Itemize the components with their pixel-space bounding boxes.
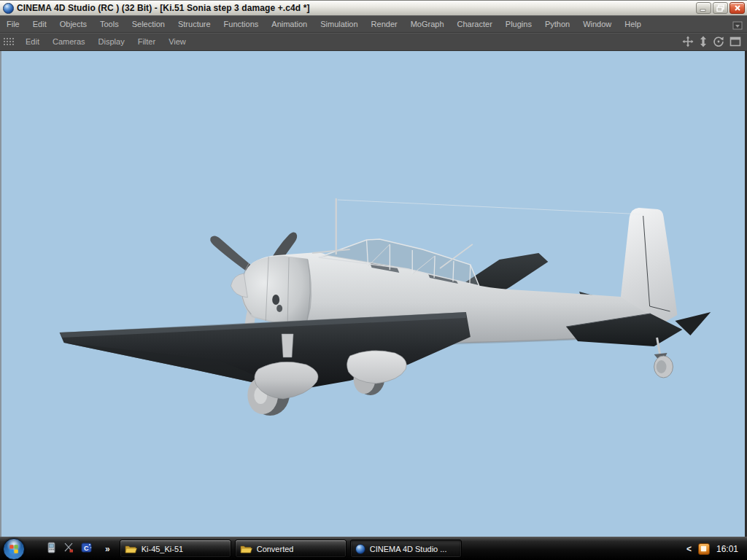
menu-bar: File Edit Objects Tools Selection Struct…	[0, 15, 747, 33]
restore-icon	[716, 4, 724, 12]
restore-button[interactable]	[713, 2, 728, 14]
menu-tools[interactable]: Tools	[93, 15, 125, 33]
minimize-icon	[700, 5, 708, 12]
menu-plugins[interactable]: Plugins	[499, 15, 538, 33]
clip-tool-icon[interactable]	[63, 542, 74, 556]
menu-selection[interactable]: Selection	[125, 15, 171, 33]
cinema4d-icon[interactable]	[3, 3, 14, 14]
taskbar-button-label: Converted	[257, 545, 294, 553]
taskbar-button-label: Ki-45_Ki-51	[142, 545, 183, 553]
folder-icon	[240, 544, 252, 554]
taskbar: C » Ki-45_Ki-51 Converted	[0, 537, 747, 560]
device-icon[interactable]	[47, 542, 56, 556]
minimize-button[interactable]	[696, 2, 711, 14]
cpp-icon[interactable]: C	[81, 542, 93, 556]
close-icon	[734, 4, 741, 12]
rotate-icon[interactable]	[713, 36, 724, 47]
window-manager-icon[interactable]	[732, 20, 743, 33]
menu-structure[interactable]: Structure	[171, 15, 217, 33]
menu-file[interactable]: File	[0, 15, 26, 33]
folder-icon	[125, 544, 137, 554]
menu-mograph[interactable]: MoGraph	[404, 15, 451, 33]
viewport-toolbar: Edit Cameras Display Filter View	[0, 33, 747, 51]
menu-functions[interactable]: Functions	[217, 15, 266, 33]
zoom-icon[interactable]	[699, 36, 708, 47]
viewport-menu-cameras[interactable]: Cameras	[46, 33, 92, 51]
taskbar-button-ki45-folder[interactable]: Ki-45_Ki-51	[120, 540, 231, 558]
orange-app-icon-core	[701, 546, 706, 551]
title-bar[interactable]: CINEMA 4D Studio (RC ) (32 Bit) - [Ki.51…	[0, 0, 747, 15]
viewport-menu-edit[interactable]: Edit	[19, 33, 46, 51]
menu-objects[interactable]: Objects	[53, 15, 93, 33]
menu-simulation[interactable]: Simulation	[314, 15, 364, 33]
cinema4d-icon	[355, 544, 365, 554]
taskbar-button-label: CINEMA 4D Studio ...	[370, 545, 447, 553]
system-tray: < 16:01	[686, 543, 743, 555]
viewport-menu-view[interactable]: View	[162, 33, 193, 51]
desktop: CINEMA 4D Studio (RC ) (32 Bit) - [Ki.51…	[0, 0, 747, 560]
menu-python[interactable]: Python	[538, 15, 576, 33]
tray-collapse-chevron[interactable]: <	[686, 544, 692, 554]
windows-flag-icon	[9, 544, 19, 554]
clock[interactable]: 16:01	[716, 544, 738, 554]
pan-icon[interactable]	[682, 36, 694, 47]
svg-text:C: C	[84, 544, 89, 551]
menu-window[interactable]: Window	[576, 15, 618, 33]
grip-icon[interactable]	[3, 37, 15, 46]
menu-animation[interactable]: Animation	[265, 15, 314, 33]
task-buttons: Ki-45_Ki-51 Converted CINEMA 4D Studio .…	[120, 540, 462, 558]
orange-app-icon[interactable]	[698, 543, 710, 555]
viewport-menu-display[interactable]: Display	[92, 33, 131, 51]
quick-launch-overflow-chevron[interactable]: »	[105, 544, 109, 554]
menu-character[interactable]: Character	[451, 15, 499, 33]
menu-help[interactable]: Help	[618, 15, 648, 33]
viewport-menu-filter[interactable]: Filter	[131, 33, 162, 51]
toggle-view-icon[interactable]	[729, 36, 741, 47]
start-button[interactable]	[3, 538, 25, 560]
taskbar-button-converted-folder[interactable]: Converted	[235, 540, 347, 558]
aircraft-model	[1, 51, 745, 537]
menu-render[interactable]: Render	[365, 15, 404, 33]
window-title: CINEMA 4D Studio (RC ) (32 Bit) - [Ki.51…	[17, 3, 696, 13]
quick-launch-bar: C »	[47, 542, 109, 556]
close-button[interactable]	[729, 2, 745, 14]
viewport-3d[interactable]	[0, 51, 747, 537]
taskbar-button-cinema4d[interactable]: CINEMA 4D Studio ...	[350, 540, 462, 558]
menu-edit[interactable]: Edit	[26, 15, 53, 33]
